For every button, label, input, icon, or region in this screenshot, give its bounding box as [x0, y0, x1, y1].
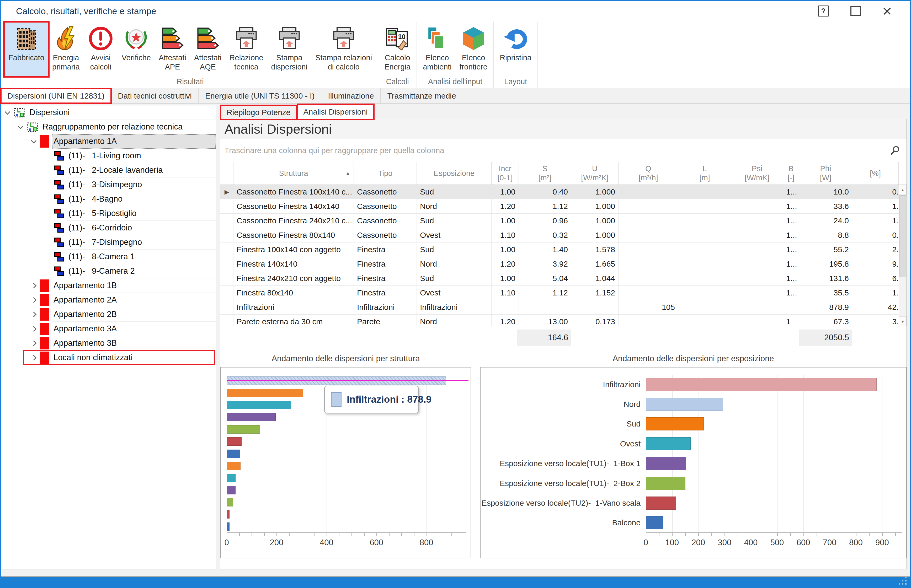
table-row[interactable]: InfiltrazioniInfiltrazioniInfiltrazioni1… [220, 300, 906, 315]
bar[interactable] [646, 457, 686, 470]
tree-item-11-7-disimpegno[interactable]: (11)- 7-Disimpegno [2, 235, 216, 250]
bar[interactable] [227, 486, 236, 494]
scroll-down-button[interactable]: ▼ [899, 317, 906, 326]
bar[interactable] [646, 496, 676, 510]
bar[interactable] [227, 413, 276, 421]
table-row[interactable]: Finestra 100x140 con aggettoFinestraSud1… [220, 242, 906, 257]
ribbon-button-avvisi-calcoli[interactable]: Avvisi calcoli [84, 22, 118, 76]
table-row[interactable]: Cassonetto Finestra 140x140CassonettoNor… [220, 199, 906, 214]
column-header-esposizione[interactable]: Esposizione [417, 162, 492, 184]
chevron-down-icon[interactable] [18, 123, 23, 129]
tree-item-locali-non-climatizzati[interactable]: Locali non climatizzati [2, 351, 216, 365]
tree-item-11-2-locale-lavanderia[interactable]: (11)- 2-Locale lavanderia [2, 163, 216, 178]
table-row[interactable]: Cassonetto Finestra 240x210 c...Cassonet… [220, 214, 906, 228]
ribbon-button-relazione-tecnica[interactable]: Relazione tecnica [226, 22, 267, 76]
panel-tab-analisi-dispersioni[interactable]: Analisi Dispersioni [298, 104, 374, 120]
table-row[interactable]: Finestra 240x210 con aggettoFinestraSud1… [220, 271, 906, 286]
tree-item-11-3-disimpegno[interactable]: (11)- 3-Disimpegno [2, 178, 216, 192]
vertical-scrollbar[interactable]: ▲▼ [899, 185, 906, 326]
scrollbar-thumb[interactable] [900, 195, 906, 277]
ribbon-button-elenco-ambienti[interactable]: Elenco ambienti [419, 22, 456, 76]
tree-item-11-9-camera-2[interactable]: (11)- 9-Camera 2 [2, 264, 216, 278]
chevron-right-icon[interactable] [31, 326, 36, 332]
bar[interactable] [646, 398, 723, 411]
bar[interactable] [227, 425, 260, 434]
chevron-right-icon[interactable] [31, 297, 36, 303]
tree-item-raggruppamento-per-relazione-tecnica[interactable]: Raggruppamento per relazione tecnica [2, 120, 216, 134]
ribbon-button-calcolo-energia[interactable]: 10Calcolo Energia [380, 22, 414, 76]
tree-item-appartamento-1b[interactable]: Appartamento 1B [2, 278, 216, 293]
ribbon-button-fabbricato[interactable]: Fabbricato [5, 22, 48, 76]
tab-dispersioni-uni-en-12831[interactable]: Dispersioni (UNI EN 12831) [1, 88, 111, 103]
scroll-up-button[interactable]: ▲ [899, 185, 906, 195]
tree-item-appartamento-2a[interactable]: Appartamento 2A [2, 293, 216, 307]
chevron-right-icon[interactable] [31, 312, 36, 317]
bar[interactable] [646, 477, 685, 490]
tree-item-11-5-ripostiglio[interactable]: (11)- 5-Ripostiglio [2, 206, 216, 221]
ribbon-button-stampa-dispersioni[interactable]: Stampa dispersioni [267, 22, 312, 76]
column-header-b[interactable]: B [-] [783, 162, 799, 184]
tree-item-appartamento-3b[interactable]: Appartamento 3B [2, 336, 216, 351]
bar[interactable] [646, 378, 877, 391]
bar[interactable] [227, 522, 230, 531]
table-row[interactable]: ▶Cassonetto Finestra 100x140 c...Cassone… [220, 185, 906, 199]
column-header-phi[interactable]: Phi [W] [799, 162, 852, 184]
tree-item-appartamento-1a[interactable]: Appartamento 1A [2, 134, 216, 149]
chevron-right-icon[interactable] [31, 283, 36, 288]
bar[interactable] [646, 417, 704, 430]
column-header-psi[interactable]: Psi [W/mK] [731, 162, 783, 184]
tree-item-dispersioni[interactable]: Dispersioni [2, 105, 216, 120]
column-header-struttura[interactable]: Struttura▲ [233, 162, 354, 184]
column-header-u[interactable]: U [W/m²K] [571, 162, 618, 184]
bar[interactable] [227, 498, 233, 506]
ribbon-button-attestati-aqe[interactable]: Attestati AQE [190, 22, 226, 76]
bar[interactable] [227, 449, 240, 458]
column-header-incr[interactable]: Incr [0-1] [492, 162, 519, 184]
bar[interactable] [646, 437, 691, 451]
tab-dati-tecnici-costruttivi[interactable]: Dati tecnici costruttivi [111, 88, 199, 103]
tab-energia-utile-uni-ts-11300-i[interactable]: Energia utile (UNI TS 11300 - I) [199, 88, 321, 103]
ribbon-button-stampa-relazioni-di-calcolo[interactable]: Stampa relazioni di calcolo [311, 22, 376, 76]
chevron-down-icon[interactable] [5, 109, 10, 115]
chevron-down-icon[interactable] [31, 138, 36, 144]
bar[interactable] [227, 389, 303, 397]
group-by-area[interactable]: Trascinare una colonna qui per raggruppa… [220, 139, 906, 162]
column-header-s[interactable]: S [m²] [519, 162, 571, 184]
tree-item-11-8-camera-1[interactable]: (11)- 8-Camera 1 [2, 250, 216, 264]
close-button[interactable]: × [882, 6, 892, 16]
tree-item-11-1-living-room[interactable]: (11)- 1-Living room [2, 149, 216, 163]
column-header-l[interactable]: L [m] [678, 162, 731, 184]
column-header-tipo[interactable]: Tipo [354, 162, 417, 184]
tab-trasmittanze-medie[interactable]: Trasmittanze medie [380, 88, 463, 103]
ribbon-button-energia-primaria[interactable]: Energia primaria [48, 22, 84, 76]
column-header-q[interactable]: Q [m³/h] [618, 162, 678, 184]
bar[interactable] [227, 462, 241, 470]
panel-tab-riepilogo-potenze[interactable]: Riepilogo Potenze [221, 105, 297, 119]
table-row[interactable]: Cassonetto Finestra 80x140CassonettoOves… [220, 228, 906, 242]
column-header-pct[interactable]: [%] [852, 162, 899, 184]
tree-item-11-6-corridoio[interactable]: (11)- 6-Corridoio [2, 221, 216, 235]
table-row[interactable]: Finestra 80x140FinestraOvest1.101.121.15… [220, 286, 906, 300]
ribbon-button-verifiche[interactable]: Verifiche [118, 22, 155, 76]
resize-grip[interactable] [899, 583, 900, 585]
bar[interactable] [227, 510, 230, 519]
table-row[interactable]: Finestra 140x140FinestraNord1.203.921.66… [220, 257, 906, 271]
bar[interactable] [227, 437, 241, 446]
tree-item-appartamento-3a[interactable]: Appartamento 3A [2, 321, 216, 336]
bar[interactable] [227, 474, 236, 482]
bar[interactable] [227, 401, 291, 409]
chevron-right-icon[interactable] [31, 341, 36, 346]
ribbon-button-attestati-ape[interactable]: Attestati APE [155, 22, 190, 76]
ribbon-button-ripristina[interactable]: Ripristina [496, 22, 536, 76]
chevron-right-icon[interactable] [31, 355, 36, 360]
search-icon[interactable] [890, 145, 900, 156]
bar[interactable] [646, 516, 663, 529]
table-row[interactable]: Parete esterna da 30 cmPareteNord1.2013.… [220, 315, 906, 326]
tab-illuminazione[interactable]: Illuminazione [321, 88, 380, 103]
column-header-indicator[interactable] [220, 162, 233, 184]
tree-item-11-4-bagno[interactable]: (11)- 4-Bagno [2, 192, 216, 206]
help-button[interactable]: ? [818, 5, 829, 16]
maximize-button[interactable] [850, 6, 861, 16]
tree-item-appartamento-2b[interactable]: Appartamento 2B [2, 307, 216, 321]
ribbon-button-elenco-frontiere[interactable]: Elenco frontiere [456, 22, 491, 76]
